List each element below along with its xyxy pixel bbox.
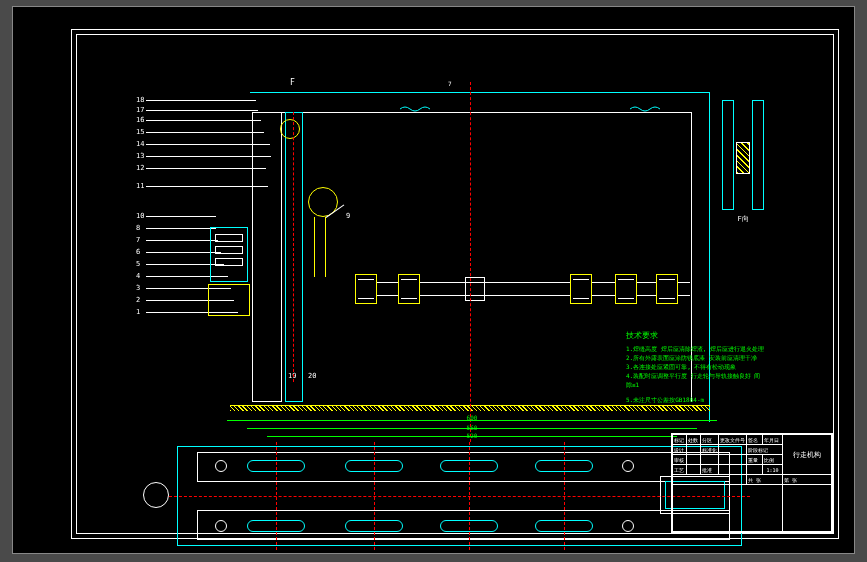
tb-cell — [701, 455, 719, 465]
bearing-4 — [615, 274, 637, 304]
coupling — [465, 277, 485, 301]
break-line — [630, 105, 660, 113]
tb-cell: 更改文件号 — [719, 435, 747, 445]
tb-cell — [687, 455, 701, 465]
centerline-v4 — [564, 442, 565, 550]
tb-cell: 阶段标记 — [747, 445, 783, 455]
centerline-v2 — [276, 442, 277, 550]
dim-span-label: 520 — [467, 432, 478, 439]
pulley-top — [280, 119, 300, 139]
break-line — [400, 105, 430, 113]
drawing-name: 行走机构 — [783, 435, 832, 475]
tb-cell: 审核 — [673, 455, 687, 465]
technical-notes: 技术要求 1.焊缝高度 焊后应清除焊渣, 焊后应进行退火处理 2.所有外露表面应… — [626, 330, 766, 404]
bearing-2 — [398, 274, 420, 304]
callout-11: 11 — [136, 182, 144, 190]
section-label: F向 — [737, 214, 748, 224]
centerline-col — [293, 112, 294, 382]
centerline-h — [169, 496, 750, 497]
bolt-hole — [215, 520, 227, 532]
callout-1: 1 — [136, 308, 140, 316]
gearbox — [208, 284, 250, 316]
motor — [210, 227, 248, 282]
tb-cell: 分区 — [701, 435, 719, 445]
callout-6b: 6 — [136, 248, 140, 256]
callout-5: 5 — [136, 260, 140, 268]
leader-line — [146, 216, 216, 217]
dim-overall-label: 600 — [467, 414, 478, 421]
tb-cell — [719, 455, 747, 465]
callout-12: 12 — [136, 164, 144, 172]
leader-line — [146, 132, 264, 133]
tb-scale: 1:10 — [763, 465, 783, 475]
belt-line — [314, 217, 315, 277]
callout-17: 17 — [136, 106, 144, 114]
column-inner — [285, 112, 303, 402]
tb-cell — [719, 445, 747, 455]
callout-15: 15 — [136, 128, 144, 136]
leader-line — [146, 110, 258, 111]
callout-4: 4 — [136, 272, 140, 280]
tb-cell — [673, 485, 783, 532]
centerline-v — [469, 442, 470, 550]
cad-canvas[interactable]: 18 17 16 15 14 13 12 11 10 8 7 6 5 4 3 2… — [12, 6, 855, 554]
end-cap — [143, 482, 169, 508]
title-block: 标记 处数 分区 更改文件号 签名 年月日 行走机构 设计 标准化 阶段标记 审… — [671, 433, 833, 533]
callout-8: 8 — [136, 224, 140, 232]
drawing-frame: 18 17 16 15 14 13 12 11 10 8 7 6 5 4 3 2… — [71, 29, 839, 539]
tb-cell: 批准 — [701, 465, 719, 475]
tb-cell — [719, 465, 747, 475]
leader-line — [146, 228, 216, 229]
callout-18: 18 — [136, 96, 144, 104]
callout-2: 2 — [136, 296, 140, 304]
tb-cell — [673, 475, 747, 485]
tb-cell: 年月日 — [763, 435, 783, 445]
notes-item: 2.所有外露表面应涂防锈底漆 安装前应清理干净 — [626, 353, 766, 362]
bearing-1 — [355, 274, 377, 304]
callout-3: 3 — [136, 284, 140, 292]
tb-cell: 比例 — [763, 455, 783, 465]
callout-9: 9 — [346, 212, 350, 220]
bearing-3 — [570, 274, 592, 304]
bolt-hole — [622, 460, 634, 472]
notes-item: 3.各连接处应紧固可靠, 不得有松动现象 — [626, 362, 766, 371]
notes-item: 1.焊缝高度 焊后应清除焊渣, 焊后应进行退火处理 — [626, 344, 766, 353]
tb-cell — [687, 465, 701, 475]
belt-line — [325, 217, 326, 277]
tb-cell — [747, 465, 763, 475]
column — [252, 112, 282, 402]
plan-view — [177, 446, 742, 546]
section-col-b — [752, 100, 764, 210]
tb-cell: 共 张 — [747, 475, 783, 485]
callout-14: 14 — [136, 140, 144, 148]
tb-cell: 第 张 — [783, 475, 832, 485]
dim-width-label: 560 — [467, 424, 478, 431]
callout-10: 10 — [136, 212, 144, 220]
section-mid — [736, 142, 750, 174]
bolt-hole — [622, 520, 634, 532]
tb-number — [783, 485, 832, 532]
notes-title: 技术要求 — [626, 330, 766, 342]
section-mark-F: F — [290, 78, 295, 87]
bearing-5 — [656, 274, 678, 304]
callout-top-7: 7 — [448, 80, 452, 87]
tb-cell — [687, 445, 701, 455]
leader-line — [146, 168, 266, 169]
callout-20: 20 — [308, 372, 316, 380]
section-view: F向 — [718, 100, 768, 210]
leader-line — [146, 120, 261, 121]
centerline-main — [470, 82, 471, 442]
callout-7: 7 — [136, 236, 140, 244]
callout-16: 16 — [136, 116, 144, 124]
callout-13: 13 — [136, 152, 144, 160]
bolt-hole — [215, 460, 227, 472]
notes-item: 4.装配时应调整平行度 行走轮与导轨接触良好 间隙≤1 — [626, 371, 766, 389]
tb-cell: 处数 — [687, 435, 701, 445]
tb-cell: 工艺 — [673, 465, 687, 475]
centerline-v3 — [374, 442, 375, 550]
tb-cell: 标准化 — [701, 445, 719, 455]
tb-cell: 设计 — [673, 445, 687, 455]
tb-cell: 重量 — [747, 455, 763, 465]
tb-cell: 签名 — [747, 435, 763, 445]
leader-line — [146, 100, 256, 101]
